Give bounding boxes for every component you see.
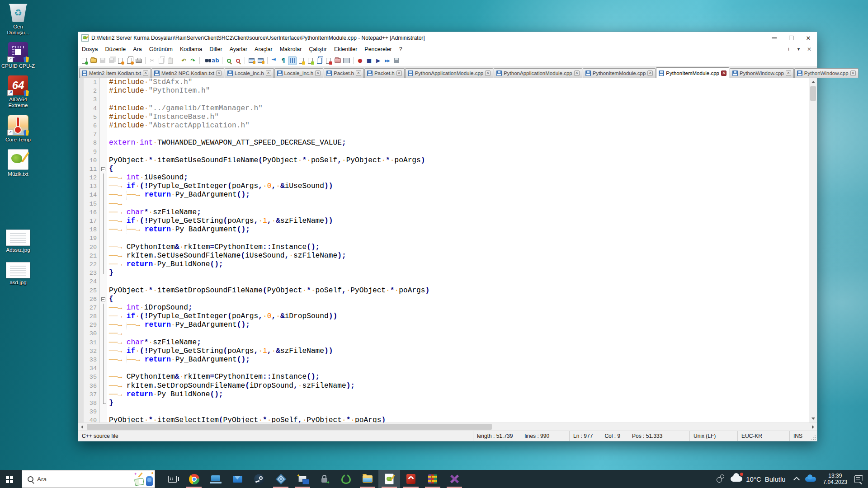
remote-desktop-button[interactable] — [292, 470, 313, 488]
menu-ayarlar[interactable]: Ayarlar — [226, 44, 251, 55]
taskbar-clock[interactable]: 13:39 7.04.2023 — [819, 473, 851, 485]
search-box[interactable]: Ara ✦ — [22, 470, 155, 488]
red-app-button[interactable] — [400, 470, 422, 488]
zoom-in-button[interactable] — [225, 56, 233, 65]
close-file-button[interactable] — [116, 56, 125, 65]
chrome-button[interactable] — [183, 470, 205, 488]
close-tab-button[interactable]: ✕ — [807, 47, 811, 52]
record-macro-button[interactable]: ● — [356, 56, 364, 65]
people-button[interactable] — [713, 470, 725, 488]
open-file-button[interactable] — [89, 56, 98, 65]
horizontal-scroll-track[interactable] — [86, 423, 809, 431]
scroll-left-button[interactable] — [78, 423, 86, 431]
replace-button[interactable]: ab — [211, 56, 220, 65]
scroll-right-button[interactable] — [809, 423, 817, 431]
undo-button[interactable]: ↶ — [179, 56, 188, 65]
tab-dropdown-button[interactable]: ▼ — [797, 47, 801, 52]
show-all-characters-button[interactable]: ¶ — [279, 56, 288, 65]
tab-close-icon[interactable]: ✕ — [721, 70, 726, 76]
cut-button[interactable]: ✂ — [148, 56, 156, 65]
document-switcher-button[interactable] — [315, 56, 324, 65]
desktop-icon-aida64[interactable]: 64↗AIDA64Extreme — [1, 75, 35, 108]
tab-close-icon[interactable]: ✕ — [786, 70, 791, 76]
define-language-button[interactable] — [324, 56, 333, 65]
menu-g-r-n-m[interactable]: Görünüm — [146, 44, 176, 55]
vertical-scrollbar[interactable] — [809, 78, 817, 422]
virtualbox-button[interactable] — [270, 470, 292, 488]
code-view[interactable]: 1#include·"StdAfx.h"2#include·"PythonIte… — [78, 78, 809, 422]
tab-locale-inc-h-3[interactable]: Locale_inc.h✕ — [274, 68, 324, 78]
word-wrap-button[interactable] — [270, 56, 278, 65]
playback-macro-button[interactable]: ▶ — [374, 56, 382, 65]
tab-packet-h-4[interactable]: Packet.h✕ — [324, 68, 364, 78]
stop-macro-button[interactable]: ■ — [365, 56, 373, 65]
tab-packet-h-5[interactable]: Packet.h✕ — [364, 68, 405, 78]
function-list-button[interactable] — [306, 56, 315, 65]
scroll-down-button[interactable] — [809, 415, 817, 422]
menu-eklentiler[interactable]: Eklentiler — [330, 44, 361, 55]
run-macro-multiple-button[interactable]: ▶▶ — [383, 56, 392, 65]
menu-d-zenle[interactable]: Düzenle — [101, 44, 129, 55]
tab-pythonwindow-cpp-10[interactable]: PythonWindow.cpp✕ — [730, 68, 794, 78]
tab-close-icon[interactable]: ✕ — [143, 70, 148, 76]
menu-pencereler[interactable]: Pencereler — [361, 44, 395, 55]
save-macro-button[interactable] — [392, 56, 401, 65]
menu-ara-lar[interactable]: Araçlar — [251, 44, 276, 55]
horizontal-scrollbar[interactable] — [78, 422, 817, 431]
tab-close-icon[interactable]: ✕ — [850, 70, 856, 76]
zoom-out-button[interactable] — [234, 56, 242, 65]
close-all-button[interactable] — [125, 56, 134, 65]
pc-app-button[interactable] — [205, 470, 226, 488]
horizontal-scroll-thumb[interactable] — [87, 424, 492, 430]
tab-pythonitemmodule-cpp-9[interactable]: PythonItemModule.cpp✕ — [656, 67, 729, 78]
tab-close-icon[interactable]: ✕ — [216, 70, 222, 76]
tab-locale-inc-h-2[interactable]: Locale_inc.h✕ — [225, 68, 274, 78]
action-center-button[interactable] — [851, 470, 866, 488]
new-file-button[interactable] — [80, 56, 89, 65]
tab-pythonitemmodule-cpp-8[interactable]: PythonItemModule.cpp✕ — [583, 68, 656, 78]
desktop-icon-adssiz-jpg[interactable]: Adssız.jpg — [1, 227, 35, 253]
lock-app-button[interactable] — [313, 470, 335, 488]
paste-button[interactable] — [166, 56, 175, 65]
find-button[interactable] — [202, 56, 211, 65]
tab-close-icon[interactable]: ✕ — [356, 70, 361, 76]
title-bar[interactable]: D:\Metin2 Server Kurma Dosyaları\RainSer… — [78, 32, 817, 44]
tab-metin2-i-tem-kodlar-txt-0[interactable]: Metin2 İtem Kodları.txt✕ — [79, 68, 151, 78]
menu-dosya[interactable]: Dosya — [78, 44, 101, 55]
tab-close-icon[interactable]: ✕ — [647, 70, 653, 76]
tab-pythonapplicationmodule-cpp-7[interactable]: PythonApplicationModule.cpp✕ — [494, 68, 582, 78]
winrar-button[interactable] — [422, 470, 443, 488]
new-tab-button[interactable]: + — [787, 47, 790, 52]
weather-widget[interactable]: 10°C Bulutlu — [725, 470, 791, 488]
desktop-icon-asd-jpg[interactable]: asd.jpg — [1, 259, 35, 286]
menu-diller[interactable]: Diller — [206, 44, 226, 55]
copy-button[interactable] — [157, 56, 165, 65]
resize-grip[interactable] — [810, 431, 817, 441]
sync-vertical-scroll-button[interactable] — [247, 56, 256, 65]
menu-kodlama[interactable]: Kodlama — [176, 44, 206, 55]
onedrive-button[interactable] — [802, 470, 819, 488]
close-button[interactable]: ✕ — [800, 32, 817, 44]
print-button[interactable] — [134, 56, 143, 65]
file-explorer-button[interactable] — [357, 470, 378, 488]
save-button[interactable] — [98, 56, 107, 65]
folder-as-workspace-button[interactable] — [333, 56, 342, 65]
tab-pythonapplicationmodule-cpp-6[interactable]: PythonApplicationModule.cpp✕ — [405, 68, 494, 78]
visual-studio-button[interactable] — [443, 470, 465, 488]
document-map-button[interactable] — [297, 56, 306, 65]
sync-horizontal-scroll-button[interactable] — [256, 56, 265, 65]
menu-[interactable]: ? — [396, 44, 406, 55]
menu-makrolar[interactable]: Makrolar — [276, 44, 306, 55]
desktop-icon-coretemp[interactable]: ↗Core Temp — [1, 115, 35, 143]
vertical-scroll-thumb[interactable] — [810, 86, 816, 101]
scroll-up-button[interactable] — [809, 78, 817, 86]
indent-guide-button[interactable] — [288, 56, 297, 65]
maximize-button[interactable] — [783, 32, 800, 44]
desktop-icon-recycle-bin[interactable]: GeriDönüşü... — [1, 3, 35, 36]
tab-pythonwindow-cpp-11[interactable]: PythonWindow.cpp✕ — [794, 68, 859, 78]
editor-area[interactable]: 1#include·"StdAfx.h"2#include·"PythonIte… — [78, 78, 817, 422]
navicat-button[interactable] — [335, 470, 357, 488]
menu-ara[interactable]: Ara — [129, 44, 145, 55]
tab-metin2-npc-kodlar-txt-1[interactable]: Metin2 NPC Kodları.txt✕ — [151, 68, 224, 78]
desktop-icon-cpuz[interactable]: ↗CPUID CPU-Z — [1, 42, 35, 69]
